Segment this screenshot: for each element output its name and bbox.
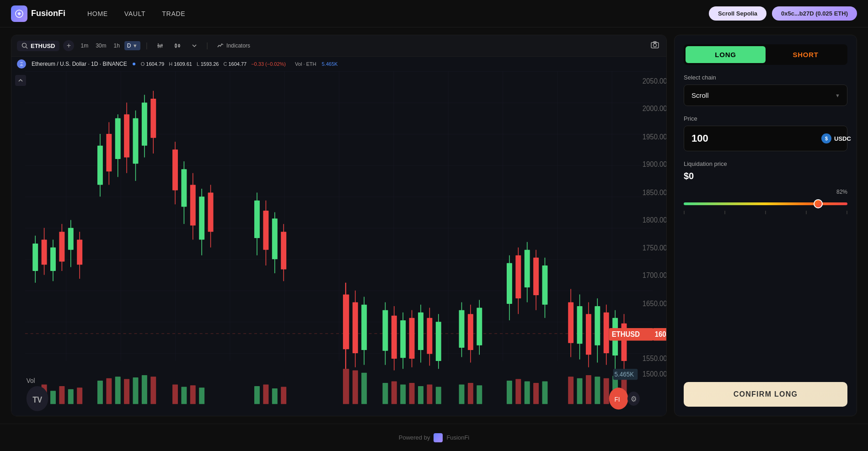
price-input[interactable]: [691, 126, 821, 151]
chart-type-bar[interactable]: [153, 41, 167, 51]
svg-rect-79: [343, 294, 349, 349]
short-tab[interactable]: SHORT: [766, 46, 846, 63]
svg-rect-59: [150, 99, 156, 138]
nav-vault[interactable]: VAULT: [124, 10, 146, 17]
svg-rect-137: [124, 379, 129, 404]
svg-rect-85: [382, 310, 388, 351]
chart-type-candle[interactable]: [171, 41, 184, 51]
tick-50: [765, 211, 766, 214]
long-tab[interactable]: LONG: [686, 46, 766, 63]
svg-rect-61: [172, 149, 178, 190]
svg-rect-117: [577, 306, 583, 344]
svg-rect-39: [50, 248, 56, 271]
leverage-slider-container: 82%: [684, 189, 847, 214]
svg-rect-167: [568, 377, 573, 404]
nav-home[interactable]: HOME: [87, 10, 108, 17]
svg-rect-45: [77, 239, 82, 265]
timeframe-30m[interactable]: 30m: [93, 41, 109, 50]
svg-rect-135: [106, 378, 112, 404]
main-content: ETHUSD + 1m 30m 1h D ▼ |: [0, 27, 868, 424]
logo: FusionFi: [11, 5, 65, 22]
tick-100: [847, 211, 847, 214]
usdc-icon: $: [821, 133, 831, 143]
chain-selector-section: Select chain Scroll Ethereum Arbitrum: [684, 74, 847, 106]
svg-text:2050.00: 2050.00: [643, 76, 666, 85]
ohlc-values: O 1604.79 H 1609.61 L 1593.26 C 1604.77 …: [141, 61, 286, 67]
svg-rect-41: [59, 232, 64, 261]
svg-rect-152: [382, 383, 388, 404]
chart-toolbar: ETHUSD + 1m 30m 1h D ▼ |: [11, 35, 666, 57]
svg-rect-154: [400, 384, 406, 404]
chart-symbol[interactable]: ETHUSD: [17, 41, 59, 51]
liquidation-section: Liquidation price $0 82%: [684, 160, 847, 218]
footer: Powered by FusionFi: [0, 424, 868, 451]
svg-rect-130: [50, 391, 56, 404]
svg-text:TV: TV: [32, 395, 42, 404]
svg-rect-12: [178, 45, 180, 47]
svg-rect-119: [586, 314, 591, 355]
pair-name: Ethereum / U.S. Dollar · 1D · BINANCE: [32, 61, 127, 67]
svg-rect-111: [533, 258, 539, 295]
add-indicator-button[interactable]: +: [63, 40, 74, 51]
chart-type-dropdown[interactable]: [188, 41, 201, 50]
trade-panel: LONG SHORT Select chain Scroll Ethereum …: [674, 35, 857, 416]
slider-ticks: [684, 211, 847, 214]
timeframe-1m[interactable]: 1m: [78, 41, 91, 50]
svg-rect-43: [68, 228, 74, 250]
candlestick-chart: 2050.00 2000.00 1950.00 1900.00 1850.00 …: [11, 71, 666, 416]
svg-line-2: [26, 47, 28, 49]
indicators-button[interactable]: Indicators: [214, 41, 254, 51]
logo-text: FusionFi: [31, 9, 65, 18]
wallet-button[interactable]: 0x5c...b27D (0.025 ETH): [772, 6, 857, 21]
svg-rect-107: [515, 255, 521, 298]
svg-text:1650.00: 1650.00: [643, 299, 666, 308]
timeframe-d[interactable]: D ▼: [124, 41, 140, 50]
chain-select[interactable]: Scroll Ethereum Arbitrum: [684, 85, 847, 106]
timeframe-1h[interactable]: 1h: [111, 41, 122, 50]
price-change: −0.33 (−0.02%): [251, 61, 286, 67]
svg-text:1900.00: 1900.00: [643, 159, 666, 168]
svg-rect-171: [604, 378, 609, 404]
svg-rect-170: [595, 377, 600, 404]
svg-rect-63: [181, 169, 187, 207]
svg-rect-103: [477, 308, 482, 345]
svg-rect-51: [115, 118, 121, 159]
slider-percent: 82%: [684, 189, 847, 195]
nav-trade[interactable]: TRADE: [162, 10, 185, 17]
confirm-long-button[interactable]: CONFIRM LONG: [684, 382, 847, 407]
svg-rect-162: [507, 381, 512, 404]
nav-right: Scroll Sepolia 0x5c...b27D (0.025 ETH): [709, 6, 857, 21]
network-button[interactable]: Scroll Sepolia: [709, 6, 766, 21]
footer-logo-icon: [434, 433, 443, 442]
svg-rect-159: [459, 384, 465, 404]
svg-rect-146: [263, 384, 268, 404]
open-val: O 1604.79: [141, 61, 164, 67]
svg-rect-164: [525, 382, 530, 404]
chart-info-bar: Ξ Ethereum / U.S. Dollar · 1D · BINANCE …: [11, 57, 666, 71]
eth-logo: Ξ: [17, 59, 26, 69]
live-dot: [133, 63, 135, 65]
svg-rect-153: [391, 382, 397, 404]
svg-rect-49: [106, 134, 112, 171]
svg-rect-71: [254, 201, 260, 238]
svg-rect-160: [468, 383, 473, 404]
svg-rect-141: [172, 384, 178, 404]
svg-rect-91: [409, 318, 415, 359]
svg-text:1800.00: 1800.00: [643, 215, 666, 224]
svg-rect-81: [353, 302, 358, 353]
svg-rect-65: [190, 185, 196, 225]
collapse-chart-button[interactable]: [15, 75, 26, 86]
svg-rect-132: [68, 389, 74, 404]
svg-text:1604.77: 1604.77: [655, 329, 666, 338]
svg-rect-55: [133, 118, 139, 164]
svg-rect-57: [142, 103, 147, 146]
chart-area[interactable]: 2050.00 2000.00 1950.00 1900.00 1850.00 …: [11, 71, 666, 416]
svg-rect-156: [418, 386, 423, 404]
svg-text:FI: FI: [615, 395, 620, 403]
screenshot-button[interactable]: [649, 39, 661, 53]
separator-2: |: [206, 42, 208, 50]
nav-links: HOME VAULT TRADE: [87, 10, 185, 17]
svg-rect-83: [361, 305, 367, 350]
price-label: Price: [684, 115, 847, 122]
svg-rect-123: [604, 313, 609, 353]
